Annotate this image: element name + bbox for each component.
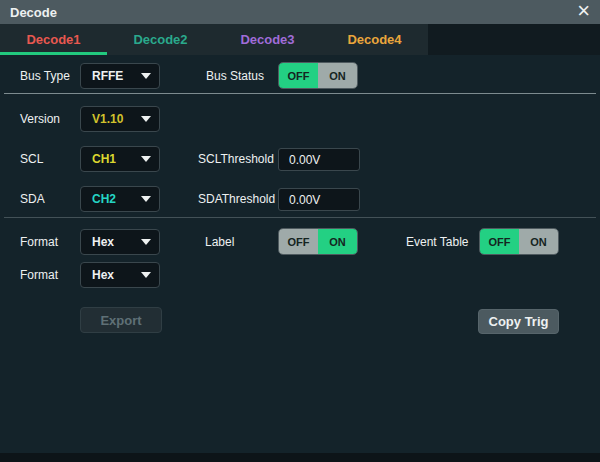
sda-threshold-input[interactable] [278, 188, 360, 211]
bus-type-dropdown[interactable]: RFFE [80, 63, 160, 89]
tab-row: Decode1 Decode2 Decode3 Decode4 [0, 24, 600, 55]
bus-status-toggle[interactable]: OFF ON [278, 62, 358, 89]
format2-value: Hex [92, 268, 114, 282]
label-toggle[interactable]: OFF ON [278, 228, 358, 255]
format2-dropdown[interactable]: Hex [80, 262, 160, 288]
sda-value: CH2 [92, 192, 116, 206]
format1-label: Format [20, 235, 58, 249]
format1-dropdown[interactable]: Hex [80, 229, 160, 255]
label-on[interactable]: ON [318, 229, 357, 254]
title-bar: Decode × [0, 0, 600, 24]
dialog-title: Decode [10, 5, 57, 20]
tab-decode3-label: Decode3 [240, 32, 294, 47]
chevron-down-icon [141, 73, 151, 79]
tab-decode3[interactable]: Decode3 [214, 24, 321, 55]
bottom-strip [0, 453, 600, 462]
sda-threshold-label: SDAThreshold [198, 192, 275, 206]
tab-decode4[interactable]: Decode4 [321, 24, 428, 55]
version-label: Version [20, 112, 60, 126]
tab-decode1-label: Decode1 [26, 32, 80, 47]
bus-status-on[interactable]: ON [318, 63, 357, 88]
scl-value: CH1 [92, 152, 116, 166]
chevron-down-icon [141, 116, 151, 122]
copy-trig-button[interactable]: Copy Trig [478, 309, 559, 334]
export-button[interactable]: Export [80, 307, 162, 333]
tab-decode2-label: Decode2 [133, 32, 187, 47]
scl-threshold-input[interactable] [278, 148, 360, 171]
chevron-down-icon [141, 239, 151, 245]
version-dropdown[interactable]: V1.10 [80, 106, 160, 132]
bus-status-label: Bus Status [206, 69, 264, 83]
event-table-label: Event Table [406, 235, 469, 249]
version-value: V1.10 [92, 112, 123, 126]
tab-strip: Decode1 Decode2 Decode3 Decode4 [0, 24, 428, 55]
scl-label: SCL [20, 152, 43, 166]
format2-label: Format [20, 268, 58, 282]
bus-type-value: RFFE [92, 69, 123, 83]
chevron-down-icon [141, 196, 151, 202]
event-table-toggle[interactable]: OFF ON [479, 228, 559, 255]
sda-label: SDA [20, 192, 45, 206]
label-off[interactable]: OFF [279, 229, 318, 254]
scl-dropdown[interactable]: CH1 [80, 146, 160, 172]
format1-value: Hex [92, 235, 114, 249]
tab-decode2[interactable]: Decode2 [107, 24, 214, 55]
bus-type-label: Bus Type [20, 69, 70, 83]
close-icon[interactable]: × [577, 1, 590, 21]
decode-dialog: Decode × Decode1 Decode2 Decode3 Decode4… [0, 0, 600, 462]
tab-decode4-label: Decode4 [347, 32, 401, 47]
bus-status-off[interactable]: OFF [279, 63, 318, 88]
chevron-down-icon [141, 156, 151, 162]
label-toggle-label: Label [205, 235, 234, 249]
chevron-down-icon [141, 272, 151, 278]
sda-dropdown[interactable]: CH2 [80, 186, 160, 212]
divider [4, 93, 596, 94]
tab-decode1[interactable]: Decode1 [0, 24, 107, 55]
event-table-on[interactable]: ON [519, 229, 558, 254]
scl-threshold-label: SCLThreshold [198, 152, 274, 166]
divider [4, 217, 596, 218]
event-table-off[interactable]: OFF [480, 229, 519, 254]
